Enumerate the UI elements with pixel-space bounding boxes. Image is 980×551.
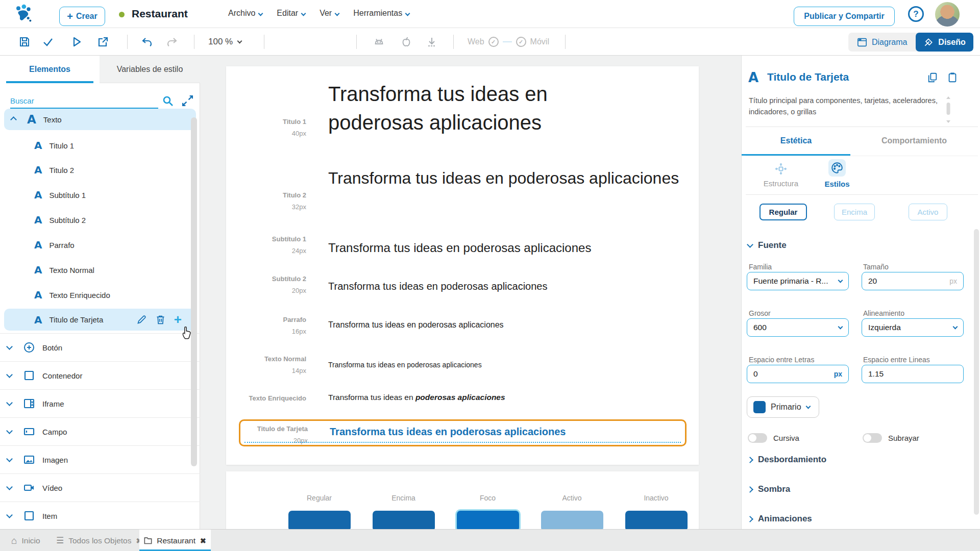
espacio-lineas-input[interactable]: 1.15 (862, 365, 964, 383)
validate-check-icon[interactable] (42, 36, 54, 48)
px-unit: px (834, 370, 842, 378)
sidebar-group-item[interactable]: Item (0, 502, 200, 530)
section-animaciones[interactable]: Animaciones (748, 514, 812, 524)
app-logo-icon[interactable] (13, 4, 34, 24)
design-icon (923, 37, 934, 47)
add-style-plus-icon[interactable]: + (174, 314, 182, 325)
familia-dropdown[interactable]: Fuente primaria - R... (747, 272, 849, 290)
copy-icon[interactable] (927, 72, 938, 83)
redo-icon[interactable] (166, 36, 178, 48)
tab-diseno[interactable]: Diseño (916, 33, 973, 52)
undo-icon[interactable] (141, 36, 153, 48)
state-button-regular[interactable] (288, 511, 351, 529)
bottom-tab-todos-los-objetos[interactable]: ☰ Todos los Objetos ✖ (56, 530, 142, 551)
sidebar-scrollbar[interactable] (191, 117, 197, 466)
design-canvas[interactable]: Titulo 140px Transforma tus ideas en pod… (200, 56, 741, 529)
paste-clipboard-icon[interactable] (947, 72, 958, 83)
sidebar-group-texto[interactable]: A Texto (4, 109, 196, 130)
subrayar-label: Subrayar (888, 434, 919, 442)
sidebar-item-titulo-de-tarjeta-selected[interactable]: A Titulo de Tarjeta + (4, 309, 196, 331)
sidebar-group-imagen[interactable]: Imagen (0, 446, 200, 473)
color-dropdown[interactable]: Primario (747, 396, 819, 418)
subtab-estructura[interactable]: Estructura (753, 162, 809, 188)
sample-text-subtitulo-2[interactable]: Transforma tus ideas en poderosas aplica… (328, 281, 548, 292)
state-button-encima[interactable]: Encima (834, 204, 875, 220)
sidebar-item-subtitulo-1[interactable]: A Subtítulo 1 (0, 183, 200, 207)
sidebar-group-iframe[interactable]: Iframe (0, 390, 200, 417)
subrayar-toggle[interactable] (863, 433, 882, 443)
sidebar-item-texto-enriquecido[interactable]: A Texto Enriquecido (0, 283, 200, 307)
section-sombra[interactable]: Sombra (748, 484, 790, 494)
search-icon[interactable] (162, 95, 174, 107)
edit-pencil-icon[interactable] (136, 314, 147, 325)
menu-ver[interactable]: Ver (320, 9, 339, 18)
apple-icon[interactable] (400, 36, 412, 48)
sidebar-item-texto-normal[interactable]: A Texto Normal (0, 258, 200, 282)
sidebar-group-contenedor[interactable]: Contenedor (0, 362, 200, 389)
sample-text-texto-normal[interactable]: Transforma tus ideas en poderosas aplica… (328, 361, 482, 369)
bottom-tab-inicio[interactable]: ⌂ Inicio (11, 530, 40, 551)
delete-trash-icon[interactable] (155, 314, 166, 325)
sidebar-group-campo[interactable]: Campo (0, 418, 200, 445)
section-desbordamiento[interactable]: Desbordamiento (748, 455, 826, 465)
sample-text-titulo-1[interactable]: Transforma tus ideas en poderosas aplica… (328, 80, 645, 137)
subtab-estilos[interactable]: Estilos (817, 159, 857, 188)
grosor-dropdown[interactable]: 600 (747, 318, 849, 337)
sidebar-item-titulo-2[interactable]: A Titulo 2 (0, 158, 200, 182)
sample-text-subtitulo-1[interactable]: Transforma tus ideas en poderosas aplica… (328, 241, 591, 255)
sidebar-item-parrafo[interactable]: A Parrafo (0, 233, 200, 257)
state-button-activo[interactable]: Activo (909, 204, 947, 220)
web-check-icon[interactable]: ✓ (488, 37, 499, 47)
sample-text-parrafo[interactable]: Transforma tus ideas en poderosas aplica… (328, 320, 504, 330)
user-avatar[interactable] (935, 2, 960, 27)
search-input[interactable] (10, 93, 158, 109)
chevron-down-icon (838, 278, 843, 283)
menu-archivo[interactable]: Archivo (228, 9, 262, 18)
item-icon (23, 510, 35, 522)
tab-diagrama[interactable]: Diagrama (848, 33, 916, 52)
sidebar-group-video[interactable]: Vídeo (0, 474, 200, 502)
help-icon[interactable]: ? (908, 6, 924, 22)
sample-text-titulo-2[interactable]: Transforma tus ideas en poderosas aplica… (328, 166, 696, 190)
state-button-encima[interactable] (373, 511, 435, 529)
chevron-down-icon (6, 512, 13, 518)
movil-check-icon[interactable]: ✓ (516, 37, 526, 47)
state-button-activo[interactable] (541, 511, 603, 529)
sidebar-group-boton[interactable]: Botón (0, 334, 200, 361)
inspector-tab-estetica[interactable]: Estética (742, 136, 850, 145)
description-mini-scrollbar[interactable] (946, 96, 951, 123)
sidebar-tab-elementos[interactable]: Elementos (0, 56, 100, 83)
elements-sidebar: Elementos Variables de estilo A Texto A … (0, 56, 200, 529)
cursiva-toggle[interactable] (748, 433, 767, 443)
selected-style-highlight-box[interactable]: Titulo de Tarjeta20px Transforma tus ide… (239, 419, 687, 446)
android-icon[interactable] (373, 36, 385, 48)
chevron-down-icon (237, 38, 242, 43)
run-play-icon[interactable] (70, 36, 83, 48)
state-button-foco[interactable] (457, 511, 519, 529)
download-icon[interactable] (426, 36, 438, 48)
save-icon[interactable] (18, 36, 31, 48)
inspector-scrollbar[interactable] (974, 229, 979, 515)
alineamiento-dropdown[interactable]: Izquierda (862, 318, 964, 337)
menu-herramientas[interactable]: Herramientas (353, 9, 409, 18)
inspector-tab-comportamiento[interactable]: Comportamiento (850, 136, 978, 145)
state-button-inactivo[interactable] (625, 511, 688, 529)
sample-text-texto-enriquecido[interactable]: Transforma tus ideas en poderosas aplica… (328, 393, 505, 402)
close-icon[interactable]: ✖ (200, 537, 206, 545)
bottom-tab-restaurant-active[interactable]: Restaurant ✖ (139, 530, 211, 551)
sample-text-titulo-de-tarjeta[interactable]: Transforma tus ideas en poderosas aplica… (330, 426, 566, 438)
state-col-foco: Foco (446, 494, 530, 529)
publish-share-button[interactable]: Publicar y Compartir (794, 7, 895, 26)
section-fuente[interactable]: Fuente (748, 240, 787, 251)
tamano-input[interactable]: 20 px (862, 272, 964, 290)
create-button[interactable]: + Crear (59, 7, 105, 26)
sidebar-tab-variables-de-estilo[interactable]: Variables de estilo (100, 56, 200, 83)
sidebar-item-subtitulo-2[interactable]: A Subtítulo 2 (0, 208, 200, 232)
export-icon[interactable] (97, 36, 109, 48)
espacio-letras-input[interactable]: 0 px (747, 365, 849, 383)
sidebar-item-titulo-1[interactable]: A Titulo 1 (0, 133, 200, 158)
state-button-regular[interactable]: Regular (760, 204, 807, 220)
menu-editar[interactable]: Editar (277, 9, 305, 18)
expand-panel-icon[interactable] (181, 94, 194, 107)
zoom-level-dropdown[interactable]: 100 % (208, 37, 241, 47)
